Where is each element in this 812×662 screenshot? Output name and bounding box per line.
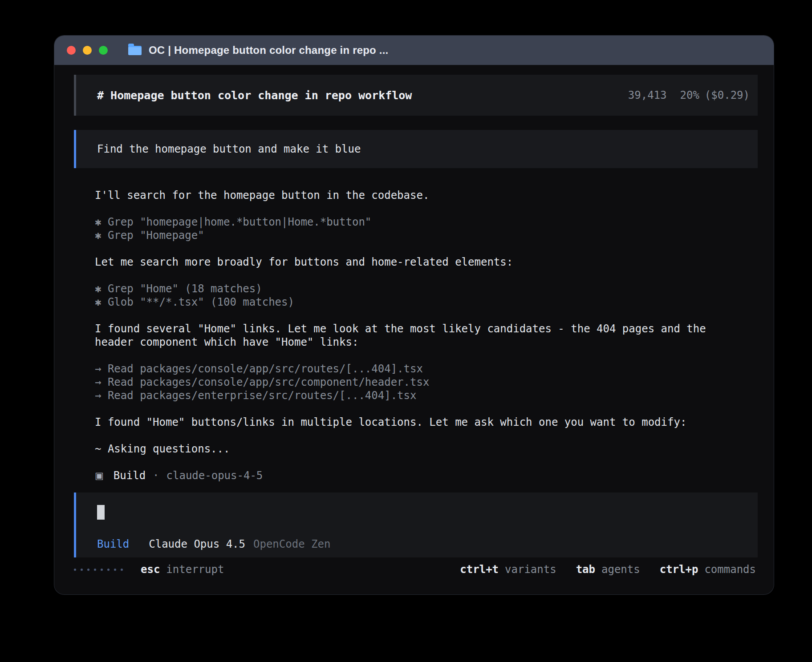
assistant-transcript: I'll search for the homepage button in t… (95, 189, 718, 456)
tool-call-grep: ✱ Grep "Home" (18 matches) (95, 282, 718, 295)
tool-call-glob: ✱ Glob "**/*.tsx" (100 matches) (95, 295, 718, 309)
user-message: Find the homepage button and make it blu… (74, 130, 758, 168)
agent-status-row: ▣ Build · claude-opus-4-5 (95, 469, 747, 482)
tool-call-read: → Read packages/enterprise/src/routes/[.… (95, 389, 718, 402)
prompt-input[interactable]: Build Claude Opus 4.5 OpenCode Zen (74, 492, 758, 557)
assistant-text: I found "Home" buttons/links in multiple… (95, 416, 718, 429)
esc-key-hint: esc (141, 563, 160, 576)
assistant-text: I found several "Home" links. Let me loo… (95, 322, 718, 349)
composer-mode-label[interactable]: Build (97, 538, 129, 550)
separator-dot: · (153, 469, 159, 482)
shortcut-hints: ctrl+t variants tab agents ctrl+p comman… (440, 563, 756, 576)
context-percent: 20% (680, 89, 699, 101)
minimize-button[interactable] (83, 46, 92, 55)
user-message-text: Find the homepage button and make it blu… (97, 143, 361, 155)
zoom-button[interactable] (99, 46, 108, 55)
token-count: 39,413 (628, 89, 667, 101)
composer-provider-label: OpenCode Zen (253, 538, 330, 550)
shortcut-agents: tab agents (576, 563, 640, 576)
agent-mode: Build (114, 469, 146, 482)
composer-model-label[interactable]: Claude Opus 4.5 (149, 538, 245, 550)
spinner-dots-icon (74, 569, 123, 571)
session-cost: ($0.29) (705, 89, 750, 101)
shortcut-variants: ctrl+t variants (460, 563, 556, 576)
session-title: # Homepage button color change in repo w… (97, 89, 412, 102)
assistant-text: I'll search for the homepage button in t… (95, 189, 718, 202)
status-bar: esc interrupt ctrl+t variants tab agents… (74, 563, 756, 576)
session-stats: 39,41320%($0.29) (628, 89, 750, 101)
composer-meta: Build Claude Opus 4.5 OpenCode Zen (97, 538, 750, 550)
folder-icon (128, 46, 142, 55)
terminal-window: OC | Homepage button color change in rep… (54, 36, 774, 594)
tool-call-grep: ✱ Grep "Homepage" (95, 229, 718, 242)
close-button[interactable] (67, 46, 76, 55)
asking-questions-status: ~ Asking questions... (95, 442, 718, 456)
agent-model: claude-opus-4-5 (166, 469, 263, 482)
tool-call-read: → Read packages/console/app/src/routes/[… (95, 362, 718, 375)
esc-key-label: interrupt (166, 563, 224, 576)
text-cursor (97, 505, 105, 520)
build-agent-icon: ▣ (95, 469, 104, 482)
tool-call-read: → Read packages/console/app/src/componen… (95, 375, 718, 389)
shortcut-commands: ctrl+p commands (660, 563, 756, 576)
window-titlebar: OC | Homepage button color change in rep… (54, 36, 774, 65)
assistant-text: Let me search more broadly for buttons a… (95, 255, 718, 269)
window-title: OC | Homepage button color change in rep… (149, 44, 388, 57)
tool-call-grep: ✱ Grep "homepage|home.*button|Home.*butt… (95, 215, 718, 229)
session-header: # Homepage button color change in repo w… (74, 75, 758, 116)
traffic-lights (67, 46, 108, 55)
